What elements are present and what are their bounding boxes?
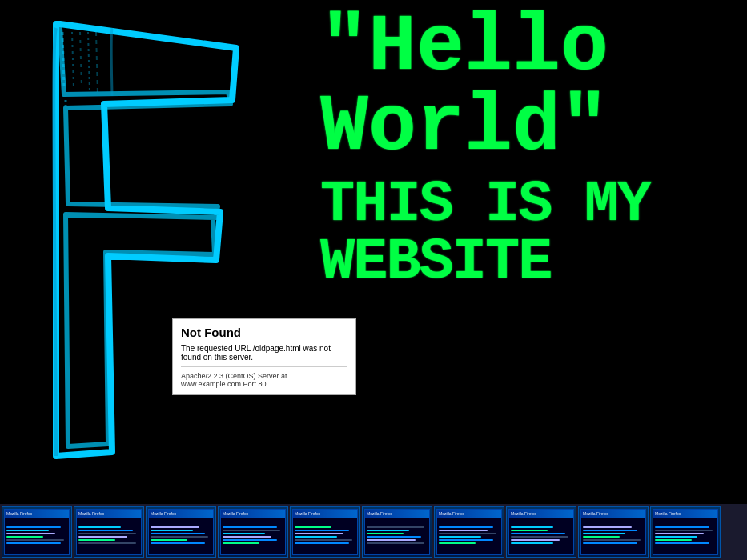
letter-f-decoration xyxy=(8,8,280,488)
taskbar-item[interactable]: Mozilla Firefox xyxy=(146,506,216,558)
taskbar-item[interactable]: Mozilla Firefox xyxy=(218,506,288,558)
main-area: "Hello World" THIS IS MY WEBSITE Not Fou… xyxy=(0,0,747,504)
not-found-footer: Apache/2.2.3 (CentOS) Server at www.exam… xyxy=(181,372,347,388)
taskbar: Mozilla Firefox Mozilla Firefox Mozilla … xyxy=(0,504,747,560)
not-found-body: The requested URL /oldpage.html was not … xyxy=(181,344,347,367)
not-found-title: Not Found xyxy=(181,326,347,339)
taskbar-item[interactable]: Mozilla Firefox xyxy=(434,506,504,558)
taskbar-item[interactable]: Mozilla Firefox xyxy=(650,506,721,558)
this-is-my-website-heading: THIS IS MY WEBSITE xyxy=(320,176,747,291)
right-text-area: "Hello World" THIS IS MY WEBSITE xyxy=(320,0,747,504)
taskbar-item[interactable]: Mozilla Firefox xyxy=(290,506,360,558)
not-found-error-box: Not Found The requested URL /oldpage.htm… xyxy=(172,318,356,395)
taskbar-item[interactable]: Mozilla Firefox xyxy=(2,506,72,558)
taskbar-item[interactable]: Mozilla Firefox xyxy=(578,506,649,558)
hello-world-heading: "Hello World" xyxy=(320,8,747,168)
taskbar-item[interactable]: Mozilla Firefox xyxy=(74,506,144,558)
taskbar-item[interactable]: Mozilla Firefox xyxy=(506,506,576,558)
taskbar-item[interactable]: Mozilla Firefox xyxy=(362,506,432,558)
